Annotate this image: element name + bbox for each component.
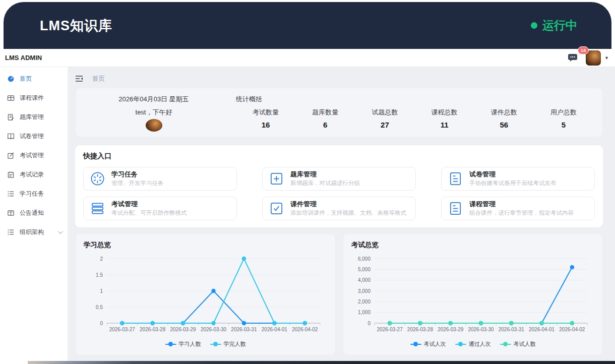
sidebar-item-exam-paper[interactable]: 试卷管理 xyxy=(0,127,68,146)
overview-stats-block: 统计概括 考试数量 16 题库数量 6 试题总数 27 课程 xyxy=(227,95,593,132)
legend-item[interactable]: 学习人数 xyxy=(165,340,201,348)
svg-text:2026-03-29: 2026-03-29 xyxy=(170,327,196,332)
sidebar-item-label: 首页 xyxy=(20,75,32,83)
quick-card-course-manage[interactable]: 课程管理 组合课件，进行章节管理，指定考试内容 xyxy=(441,197,595,220)
sidebar-item-exam-manage[interactable]: 考试管理 xyxy=(0,146,68,165)
stat-user-total: 用户总数 5 xyxy=(534,108,593,129)
legend-item[interactable]: 考试人数 xyxy=(500,340,536,348)
quick-entry-title: 快捷入口 xyxy=(83,152,595,161)
sidebar-item-label: 考试管理 xyxy=(20,151,44,160)
svg-text:6,000: 6,000 xyxy=(358,256,371,262)
svg-text:5,000: 5,000 xyxy=(358,267,371,272)
sidebar-item-label: 考试记录 xyxy=(20,170,44,179)
svg-text:2026-03-27: 2026-03-27 xyxy=(377,327,403,332)
stacked-rows-icon xyxy=(90,201,105,216)
app-logo: LMS知识库 xyxy=(40,17,112,35)
sidebar-item-home[interactable]: 首页 xyxy=(0,69,68,88)
caret-down-icon[interactable]: ▼ xyxy=(604,55,609,60)
spoke-circle-icon xyxy=(90,171,105,187)
stat-bank-count: 题库数量 6 xyxy=(295,108,355,129)
plus-square-icon xyxy=(269,171,284,187)
chart-title: 考试总览 xyxy=(351,240,594,250)
quick-card-exam-manage[interactable]: 考试管理 考试分配、可开启防作弊模式 xyxy=(83,197,237,220)
admin-title: LMS ADMIN xyxy=(5,54,42,62)
legend-marker-icon xyxy=(165,342,176,346)
window-bottom-strip xyxy=(28,361,615,364)
chart-legend[interactable]: 考试人次通过人次考试人数 xyxy=(351,339,594,348)
sidebar-item-exam-record[interactable]: 考试记录 xyxy=(0,165,68,184)
svg-text:2026-03-31: 2026-03-31 xyxy=(499,327,525,332)
courseware-grid-icon xyxy=(7,94,15,102)
document-lines-icon xyxy=(448,171,463,187)
status-badge: 运行中 xyxy=(531,18,577,33)
notice-icon xyxy=(7,209,15,217)
quick-card-question-bank[interactable]: 题库管理 新增题库，对试题进行分组 xyxy=(262,167,416,191)
top-header: LMS知识库 运行中 xyxy=(4,2,611,49)
org-structure-icon xyxy=(7,228,15,236)
chart-legend[interactable]: 学习人数学完人数 xyxy=(84,339,327,348)
svg-text:2026-03-28: 2026-03-28 xyxy=(140,327,166,332)
legend-marker-icon xyxy=(500,342,511,346)
breadcrumb: 首页 xyxy=(75,72,603,85)
exam-record-icon xyxy=(7,171,15,178)
exam-overview-chart-panel: 考试总览 01,0002,0003,0004,0005,0006,0002026… xyxy=(343,233,603,355)
sidebar-item-label: 课程课件 xyxy=(20,94,44,102)
svg-text:2,000: 2,000 xyxy=(358,299,371,305)
legend-marker-icon xyxy=(410,342,421,346)
svg-text:2026-03-28: 2026-03-28 xyxy=(407,327,434,332)
exam-paper-icon xyxy=(7,133,15,140)
svg-text:1,000: 1,000 xyxy=(358,310,371,315)
legend-item[interactable]: 通过人次 xyxy=(455,340,491,348)
exam-manage-icon xyxy=(7,152,15,159)
svg-text:2026-04-02: 2026-04-02 xyxy=(292,327,318,332)
sidebar-item-courseware[interactable]: 课程课件 xyxy=(0,88,68,107)
sidebar-item-notice[interactable]: 公告通知 xyxy=(0,203,68,222)
menu-fold-icon[interactable] xyxy=(75,75,83,82)
document-lines-icon xyxy=(448,201,463,216)
sidebar-item-study-task[interactable]: 学习任务 xyxy=(0,184,68,203)
sidebar-item-question-bank[interactable]: 题库管理 xyxy=(0,107,68,127)
chat-bubble-icon[interactable] xyxy=(568,53,578,62)
notification-badge: 14 xyxy=(578,46,589,54)
question-bank-icon xyxy=(7,113,15,121)
study-overview-chart-panel: 学习总览 00.511.522026-03-272026-03-282026-0… xyxy=(75,233,336,355)
quick-card-study-task[interactable]: 学习任务 管理、开发学习任务 xyxy=(83,167,237,191)
admin-bar: LMS ADMIN 14 ▼ xyxy=(0,49,615,67)
user-menu[interactable]: 14 ▼ xyxy=(586,50,609,66)
sidebar: 首页 课程课件 题库管理 试卷管理 考试管理 考试记录 学习任务 公告通知 xyxy=(0,67,68,364)
svg-text:2026-03-30: 2026-03-30 xyxy=(468,327,494,332)
svg-text:2026-04-02: 2026-04-02 xyxy=(559,327,585,332)
svg-text:4,000: 4,000 xyxy=(358,277,371,283)
chart-title: 学习总览 xyxy=(84,240,327,250)
svg-text:3,000: 3,000 xyxy=(358,288,371,294)
summary-label: 统计概括 xyxy=(236,95,593,104)
stat-course-total: 课程总数 11 xyxy=(415,108,474,129)
exam-overview-line-chart: 01,0002,0003,0004,0005,0006,0002026-03-2… xyxy=(351,253,594,338)
svg-text:2: 2 xyxy=(100,256,103,262)
sidebar-item-label: 组织架构 xyxy=(20,228,44,236)
chevron-down-icon[interactable] xyxy=(58,229,63,234)
legend-marker-icon xyxy=(455,342,466,346)
legend-item[interactable]: 考试人次 xyxy=(410,340,446,348)
svg-text:2026-04-01: 2026-04-01 xyxy=(262,327,288,332)
svg-text:2026-03-27: 2026-03-27 xyxy=(109,327,136,332)
dashboard-icon xyxy=(7,75,15,83)
stat-courseware-total: 课件总数 56 xyxy=(474,108,534,129)
svg-text:2026-03-30: 2026-03-30 xyxy=(201,327,227,332)
quick-card-exam-paper[interactable]: 试卷管理 手动创建考试卷用于后续考试发布 xyxy=(441,167,595,191)
sidebar-item-label: 题库管理 xyxy=(20,113,44,122)
legend-marker-icon xyxy=(210,342,221,346)
stat-question-total: 试题总数 27 xyxy=(355,108,414,129)
svg-text:0.5: 0.5 xyxy=(96,305,103,310)
breadcrumb-home[interactable]: 首页 xyxy=(92,75,105,83)
svg-text:2026-04-01: 2026-04-01 xyxy=(529,327,555,332)
status-label: 运行中 xyxy=(542,18,577,33)
quick-card-courseware[interactable]: 课件管理 添加培训课件，支持视频、文档、表格等格式 xyxy=(262,197,416,220)
sidebar-item-label: 学习任务 xyxy=(20,190,44,198)
svg-text:0: 0 xyxy=(100,321,103,326)
check-square-icon xyxy=(269,201,284,216)
svg-text:0: 0 xyxy=(367,321,371,326)
svg-text:1: 1 xyxy=(100,288,103,294)
sidebar-item-org-structure[interactable]: 组织架构 xyxy=(0,222,68,241)
legend-item[interactable]: 学完人数 xyxy=(210,340,246,348)
